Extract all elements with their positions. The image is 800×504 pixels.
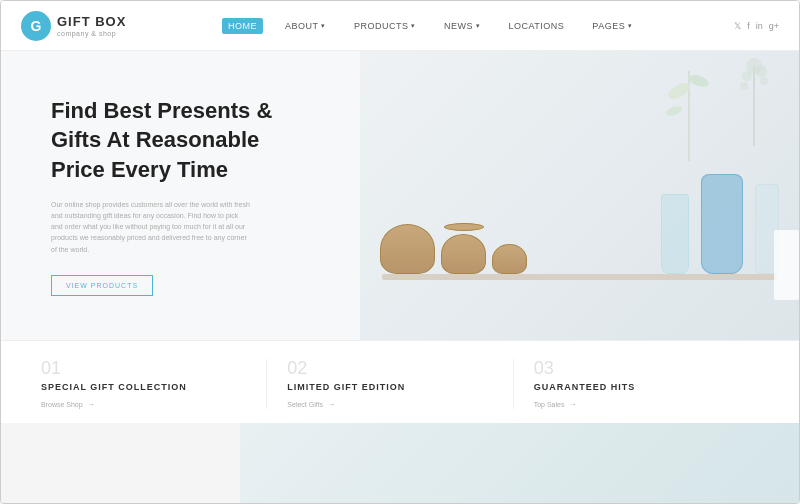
nav-item-products[interactable]: PRODUCTS ▾ xyxy=(348,18,422,34)
logo-subtitle: company & shop xyxy=(57,30,126,37)
svg-point-7 xyxy=(755,65,767,77)
category-number-1: 01 xyxy=(41,359,246,377)
hero-image-background xyxy=(360,51,799,340)
svg-point-3 xyxy=(665,105,683,118)
category-link-1[interactable]: Browse Shop → xyxy=(41,400,246,409)
category-link-3[interactable]: Top Sales → xyxy=(534,400,739,409)
box-decoration xyxy=(774,230,799,300)
hero-title: Find Best Presents & Gifts At Reasonable… xyxy=(51,96,310,185)
facebook-icon[interactable]: f xyxy=(747,21,750,31)
basket-lid xyxy=(444,223,484,231)
basket-medium xyxy=(441,234,486,274)
basket-small xyxy=(492,244,527,274)
category-item-limited: 02 LIMITED GIFT EDITION Select Gifts → xyxy=(267,359,513,409)
svg-point-6 xyxy=(742,71,752,81)
nav-item-locations[interactable]: LOCATIONS xyxy=(502,18,570,34)
preview-row xyxy=(1,423,799,503)
nav-item-pages[interactable]: PAGES ▾ xyxy=(586,18,638,34)
category-item-special: 01 SPECIAL GIFT COLLECTION Browse Shop → xyxy=(41,359,267,409)
linkedin-icon[interactable]: in xyxy=(756,21,763,31)
vase-clear xyxy=(661,194,689,274)
view-products-button[interactable]: VIEW PRODUCTS xyxy=(51,275,153,296)
browser-frame: G GIFT BOX company & shop HOME ABOUT ▾ P… xyxy=(0,0,800,504)
hero-description: Our online shop provides customers all o… xyxy=(51,199,251,255)
chevron-down-icon: ▾ xyxy=(476,22,481,30)
preview-left xyxy=(1,423,240,503)
chevron-down-icon: ▾ xyxy=(411,22,416,30)
twitter-icon[interactable]: 𝕏 xyxy=(734,21,741,31)
main-nav: HOME ABOUT ▾ PRODUCTS ▾ NEWS ▾ LOCATIONS… xyxy=(222,18,639,34)
vase-blue xyxy=(701,174,743,274)
shelf-decoration xyxy=(382,274,777,280)
header: G GIFT BOX company & shop HOME ABOUT ▾ P… xyxy=(1,1,799,51)
categories-section: 01 SPECIAL GIFT COLLECTION Browse Shop →… xyxy=(1,340,799,423)
category-number-2: 02 xyxy=(287,359,492,377)
category-item-guaranteed: 03 GUARANTEED HITS Top Sales → xyxy=(514,359,759,409)
svg-point-2 xyxy=(688,73,710,89)
nav-item-news[interactable]: NEWS ▾ xyxy=(438,18,487,34)
baskets xyxy=(380,223,527,274)
category-title-1: SPECIAL GIFT COLLECTION xyxy=(41,381,246,394)
preview-image xyxy=(240,423,799,503)
google-plus-icon[interactable]: g+ xyxy=(769,21,779,31)
category-title-2: LIMITED GIFT EDITION xyxy=(287,381,492,394)
logo-title: GIFT BOX xyxy=(57,14,126,30)
basket-large xyxy=(380,224,435,274)
hero-section: Find Best Presents & Gifts At Reasonable… xyxy=(1,51,799,340)
nav-item-about[interactable]: ABOUT ▾ xyxy=(279,18,332,34)
logo-icon: G xyxy=(21,11,51,41)
arrow-icon: → xyxy=(327,400,335,409)
category-number-3: 03 xyxy=(534,359,739,377)
hero-image xyxy=(360,51,799,340)
plant-decoration-2 xyxy=(729,56,779,146)
chevron-down-icon: ▾ xyxy=(628,22,633,30)
category-title-3: GUARANTEED HITS xyxy=(534,381,739,394)
chevron-down-icon: ▾ xyxy=(321,22,326,30)
plant-decoration xyxy=(659,61,719,161)
svg-point-9 xyxy=(760,77,768,85)
preview-right xyxy=(240,423,799,503)
arrow-icon: → xyxy=(87,400,95,409)
svg-point-8 xyxy=(740,82,748,90)
hero-content: Find Best Presents & Gifts At Reasonable… xyxy=(1,51,360,340)
social-icons: 𝕏 f in g+ xyxy=(734,21,779,31)
category-link-2[interactable]: Select Gifts → xyxy=(287,400,492,409)
category-grid: 01 SPECIAL GIFT COLLECTION Browse Shop →… xyxy=(1,359,799,409)
vases xyxy=(661,174,779,274)
logo[interactable]: G GIFT BOX company & shop xyxy=(21,11,126,41)
nav-item-home[interactable]: HOME xyxy=(222,18,263,34)
arrow-icon: → xyxy=(568,400,576,409)
